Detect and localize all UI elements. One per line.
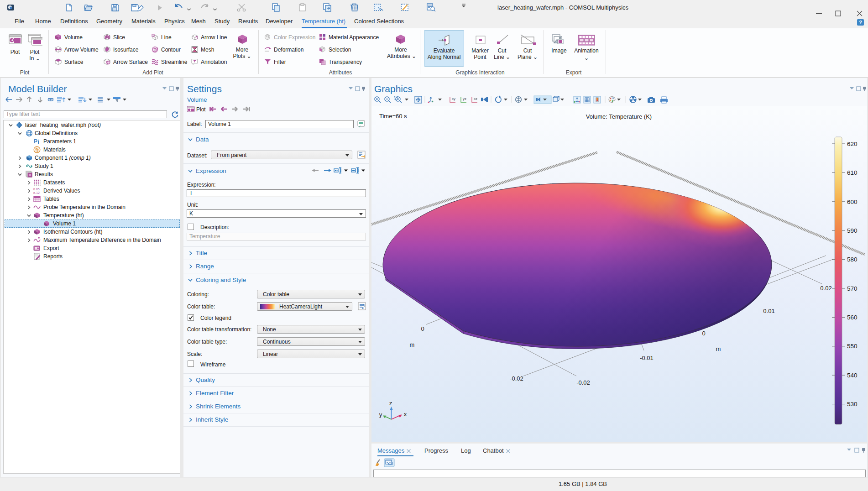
svg-text:Time=60 s: Time=60 s xyxy=(379,113,407,120)
svg-text:P: P xyxy=(34,138,37,145)
svg-text:xy: xy xyxy=(452,97,455,101)
svg-text:540: 540 xyxy=(847,372,858,379)
svg-text:590: 590 xyxy=(847,227,858,234)
svg-text:8.85: 8.85 xyxy=(33,188,40,191)
svg-text:-0.01: -0.01 xyxy=(640,355,654,361)
svg-text:0.02: 0.02 xyxy=(820,285,831,292)
svg-text:620: 620 xyxy=(847,141,858,147)
svg-text:0: 0 xyxy=(702,330,705,337)
svg-text:610: 610 xyxy=(847,169,858,176)
svg-text:600: 600 xyxy=(847,198,858,205)
svg-text:530: 530 xyxy=(847,401,858,407)
svg-text:580: 580 xyxy=(847,256,858,263)
svg-text:550: 550 xyxy=(847,343,858,350)
svg-text:0: 0 xyxy=(421,325,424,332)
svg-text:y: y xyxy=(379,411,382,418)
svg-text:Volume: Temperature (K): Volume: Temperature (K) xyxy=(586,113,652,120)
svg-text:yz: yz xyxy=(463,97,466,101)
svg-text:xz: xz xyxy=(474,97,477,101)
svg-text:0.01: 0.01 xyxy=(763,308,774,314)
svg-text:570: 570 xyxy=(847,285,858,292)
svg-text:x: x xyxy=(404,411,407,418)
svg-text:-0.02: -0.02 xyxy=(576,379,590,386)
svg-text:e-12: e-12 xyxy=(33,191,40,194)
svg-text:-0.02: -0.02 xyxy=(510,375,523,382)
svg-text:m: m xyxy=(410,341,415,348)
svg-text:z: z xyxy=(389,400,392,407)
svg-text:m: m xyxy=(716,345,721,352)
svg-text:Plot: Plot xyxy=(196,106,206,113)
svg-text:560: 560 xyxy=(847,314,858,321)
